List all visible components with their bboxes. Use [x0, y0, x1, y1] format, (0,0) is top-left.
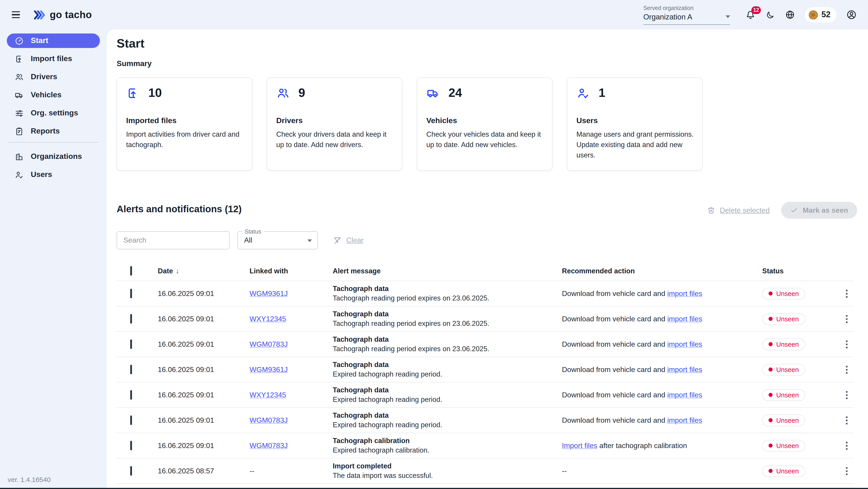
card-users[interactable]: 1 Users Manage users and grant permissio… [567, 77, 703, 171]
row-menu-button[interactable] [844, 389, 849, 401]
language-button[interactable] [785, 9, 795, 20]
row-linked-with: WGM0783J [250, 441, 333, 450]
table-row: 16.06.2025 09:01 WXY12345 Tachograph dat… [117, 307, 854, 332]
column-header-date[interactable]: Date↓ [158, 267, 250, 275]
card-description: Manage users and grant permissions. Upda… [577, 129, 695, 160]
served-organization-select[interactable]: Served organization Organization A [643, 5, 730, 25]
clear-filters-button[interactable]: Clear [333, 235, 364, 245]
delete-selected-button[interactable]: Delete selected [707, 206, 770, 215]
import-files-link[interactable]: Import files [562, 441, 597, 449]
unseen-dot-icon [769, 443, 773, 448]
user-check-icon [577, 86, 590, 100]
row-checkbox[interactable] [130, 415, 132, 425]
sidebar-item-vehicles[interactable]: Vehicles [7, 88, 100, 102]
row-menu-button[interactable] [844, 414, 849, 426]
table-row: 16.06.2025 09:01 WXY12345 Tachograph dat… [117, 382, 854, 408]
table-row: 16.06.2025 09:01 WGM9361J Tachograph dat… [117, 357, 854, 382]
credits-count: 52 [822, 10, 831, 20]
card-count: 24 [448, 86, 462, 100]
row-menu-button[interactable] [844, 440, 849, 452]
file-import-icon [14, 54, 24, 64]
row-alert-message: Expired tachograph reading period. [333, 370, 562, 378]
row-menu-button[interactable] [844, 338, 849, 350]
search-input[interactable] [117, 231, 230, 249]
row-alert-message: Expired tachograph reading period. [333, 396, 562, 404]
linked-vehicle-link[interactable]: WXY12345 [250, 391, 286, 399]
row-checkbox[interactable] [130, 466, 132, 476]
row-date: 16.06.2025 09:01 [158, 315, 250, 323]
row-alert-message: Tachograph reading period expires on 23.… [333, 319, 562, 328]
logo-chevrons-icon [33, 9, 46, 20]
card-count: 9 [298, 86, 305, 100]
sidebar-item-label: Start [31, 36, 48, 45]
linked-vehicle-link[interactable]: WGM0783J [250, 340, 288, 348]
row-alert-title: Tachograph data [333, 285, 562, 293]
row-recommended-action: Download from vehicle card and import fi… [562, 289, 762, 297]
sidebar-item-organizations[interactable]: Organizations [7, 149, 100, 164]
import-files-link[interactable]: import files [667, 289, 702, 297]
coin-icon [808, 10, 818, 20]
sidebar-item-import-files[interactable]: Import files [7, 52, 100, 66]
logo-text: go tacho [50, 9, 92, 21]
row-alert-message: Expired tachograph calibration. [333, 446, 562, 454]
linked-vehicle-link[interactable]: WGM9361J [250, 366, 288, 373]
card-title: Users [577, 116, 598, 125]
sidebar-item-label: Org. settings [31, 109, 78, 118]
table-row: 16.06.2025 09:01 WGM0783J Tachograph cal… [117, 433, 854, 458]
select-all-checkbox[interactable] [130, 266, 132, 276]
sidebar-item-start[interactable]: Start [7, 33, 100, 48]
truck-icon [14, 90, 24, 100]
credits-pill[interactable]: 52 [805, 7, 836, 22]
row-menu-button[interactable] [844, 364, 849, 375]
dark-mode-toggle[interactable] [765, 10, 775, 20]
table-row: 16.06.2025 09:01 WGM0783J Tachograph dat… [117, 408, 854, 433]
unseen-dot-icon [769, 418, 773, 422]
import-files-link[interactable]: import files [667, 416, 702, 424]
row-linked-with: WGM0783J [250, 340, 333, 348]
truck-icon [426, 86, 440, 100]
moon-icon [765, 10, 775, 20]
app-version: ver. 1.4.16540 [8, 476, 51, 483]
import-files-link[interactable]: import files [667, 340, 702, 348]
chevron-down-icon [307, 239, 312, 242]
row-recommended-action: Import files after tachograph calibratio… [562, 441, 762, 450]
bottom-edge-line [0, 488, 868, 489]
linked-vehicle-link[interactable]: WXY12345 [250, 315, 286, 322]
card-vehicles[interactable]: 24 Vehicles Check your vehicles data and… [417, 77, 553, 171]
linked-vehicle-link[interactable]: WGM0783J [250, 441, 288, 449]
linked-vehicle-link[interactable]: WGM0783J [250, 416, 288, 424]
page-title: Start [117, 37, 145, 51]
row-checkbox[interactable] [130, 314, 132, 323]
card-drivers[interactable]: 9 Drivers Check your drivers data and ke… [267, 77, 402, 171]
status-filter-select[interactable]: Status All [237, 231, 318, 249]
row-checkbox[interactable] [130, 289, 132, 298]
mark-as-seen-button[interactable]: Mark as seen [781, 202, 857, 219]
hamburger-menu-icon[interactable] [10, 9, 22, 20]
row-menu-button[interactable] [844, 313, 849, 325]
summary-cards: 10 Imported files Import activities from… [117, 77, 703, 171]
import-files-link[interactable]: import files [667, 366, 702, 373]
alerts-heading: Alerts and notifications (12) [117, 204, 242, 214]
row-linked-with: -- [250, 467, 333, 475]
unseen-dot-icon [769, 291, 773, 295]
row-checkbox[interactable] [130, 365, 132, 374]
row-menu-button[interactable] [844, 288, 849, 299]
sidebar-item-users[interactable]: Users [7, 168, 100, 182]
row-checkbox[interactable] [130, 440, 132, 450]
column-header-recommended-action: Recommended action [562, 267, 762, 275]
sidebar-item-drivers[interactable]: Drivers [7, 70, 100, 84]
import-files-link[interactable]: import files [667, 391, 702, 399]
row-menu-button[interactable] [844, 465, 849, 477]
import-files-link[interactable]: import files [667, 315, 702, 322]
sidebar-item-reports[interactable]: Reports [7, 124, 100, 139]
row-checkbox[interactable] [130, 390, 132, 399]
sidebar-item-org-settings[interactable]: Org. settings [7, 106, 100, 120]
column-header-status: Status [762, 267, 839, 275]
card-title: Imported files [126, 116, 177, 125]
sidebar: Start Import files Drivers Vehicles Org.… [0, 29, 107, 489]
linked-vehicle-link[interactable]: WGM9361J [250, 289, 288, 297]
account-button[interactable] [846, 9, 857, 20]
card-imported-files[interactable]: 10 Imported files Import activities from… [117, 77, 252, 171]
notifications-bell-button[interactable]: 12 [745, 9, 756, 20]
row-checkbox[interactable] [130, 339, 132, 349]
